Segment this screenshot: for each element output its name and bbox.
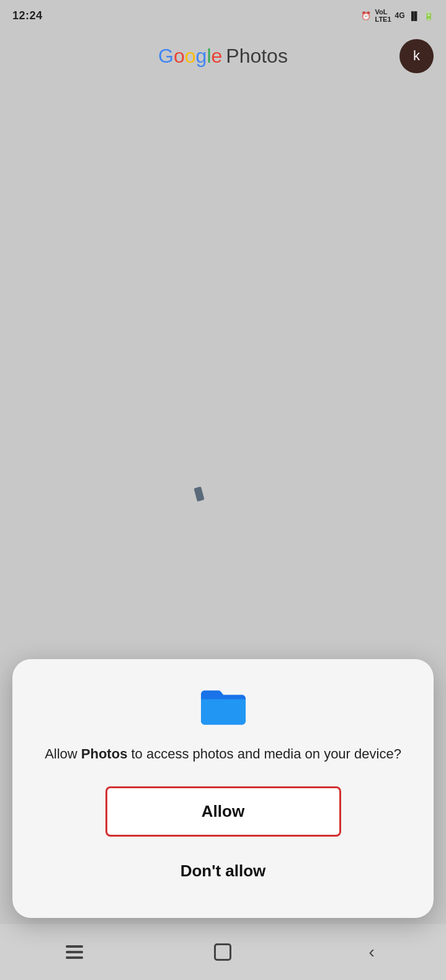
back-icon: ‹: [368, 942, 374, 962]
battery-icon: 🔋: [424, 11, 434, 20]
google-letter-o2: o: [185, 45, 196, 68]
bottom-nav: ‹: [0, 924, 446, 980]
permission-message: Allow Photos to access photos and media …: [45, 745, 401, 764]
background-area: [0, 81, 446, 614]
signal-text: VoLLTE1: [375, 8, 391, 23]
photos-text: Photos: [226, 45, 288, 68]
recent-apps-button[interactable]: [56, 940, 93, 964]
app-header: G o o g l e Photos k: [0, 31, 446, 81]
google-letter-g2: g: [196, 45, 207, 68]
folder-icon: [198, 684, 248, 727]
dont-allow-button[interactable]: Don't allow: [105, 849, 341, 893]
permission-dialog: Allow Photos to access photos and media …: [12, 659, 434, 918]
google-letter-l: l: [207, 45, 211, 68]
google-letter-e: e: [211, 45, 222, 68]
back-button[interactable]: ‹: [353, 940, 390, 964]
recent-apps-icon: [66, 945, 83, 959]
google-letter-o1: o: [174, 45, 185, 68]
status-time: 12:24: [12, 9, 43, 22]
google-letter-g: G: [158, 45, 174, 68]
avatar[interactable]: k: [399, 39, 434, 73]
alarm-icon: ⏰: [361, 11, 371, 20]
network-4g: 4G: [395, 11, 405, 20]
status-bar: 12:24 ⏰ VoLLTE1 4G ▐▌ 🔋: [0, 0, 446, 31]
allow-button[interactable]: Allow: [105, 786, 341, 837]
app-title: G o o g l e Photos: [158, 45, 288, 68]
home-button[interactable]: [204, 940, 241, 964]
signal-bars-icon: ▐▌: [409, 11, 420, 20]
app-name-bold: Photos: [81, 746, 128, 762]
status-icons: ⏰ VoLLTE1 4G ▐▌ 🔋: [361, 8, 434, 23]
folder-icon-container: [198, 684, 248, 730]
home-icon: [214, 943, 231, 961]
